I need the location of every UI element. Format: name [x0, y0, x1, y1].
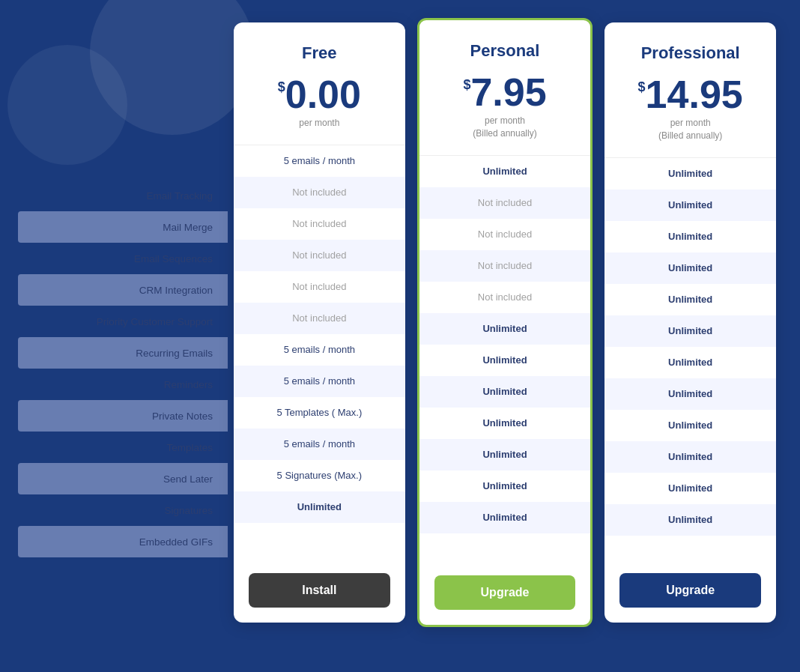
plan-cell-2-1: Unlimited [604, 190, 776, 221]
plan-cell-0-11: Unlimited [234, 491, 405, 523]
plan-header-1: Personal$7.95per month(Billed annually) [419, 20, 591, 156]
plan-card-personal: Personal$7.95per month(Billed annually)U… [417, 18, 593, 627]
plan-cell-1-2: Not included [419, 219, 591, 250]
plan-name-2: Professional [619, 43, 761, 63]
price-period-1: per month(Billed annually) [434, 115, 576, 140]
plan-cell-0-10: 5 Signatures (Max.) [234, 460, 405, 491]
plan-cell-1-3: Not included [419, 250, 591, 282]
feature-label-3: CRM Integration [18, 274, 228, 306]
feature-label-1: Mail Merge [18, 211, 228, 243]
plan-cell-0-9: 5 emails / month [234, 429, 405, 460]
plan-cell-1-0: Unlimited [419, 156, 591, 187]
plan-cell-2-8: Unlimited [604, 410, 776, 441]
plan-cell-0-6: 5 emails / month [234, 334, 405, 366]
plan-card-professional: Professional$14.95per month(Billed annua… [604, 22, 776, 623]
plan-button-1[interactable]: Upgrade [434, 575, 576, 610]
price-amount-0: 0.00 [285, 75, 361, 114]
plan-header-2: Professional$14.95per month(Billed annua… [604, 22, 776, 158]
plan-cell-2-7: Unlimited [604, 378, 776, 410]
plan-cell-1-6: Unlimited [419, 345, 591, 376]
plan-cell-0-7: 5 emails / month [234, 366, 405, 397]
feature-label-11: Embedded GIFs [18, 526, 228, 557]
price-wrap-0: $0.00 [249, 75, 390, 114]
feature-label-0: Email Tracking [18, 180, 228, 211]
plan-cell-2-6: Unlimited [604, 347, 776, 378]
plan-cell-0-2: Not included [234, 208, 405, 240]
plan-cell-0-4: Not included [234, 271, 405, 303]
plan-cell-2-5: Unlimited [604, 315, 776, 347]
plan-cell-0-3: Not included [234, 240, 405, 271]
feature-label-4: Priority Customer Support [18, 306, 228, 337]
plan-cell-2-2: Unlimited [604, 221, 776, 252]
plan-cell-2-4: Unlimited [604, 284, 776, 315]
plan-rows-1: UnlimitedNot includedNot includedNot inc… [419, 156, 591, 538]
plan-cell-0-1: Not included [234, 177, 405, 208]
plan-cell-1-4: Not included [419, 282, 591, 313]
currency-0: $ [278, 79, 285, 95]
plan-footer-0: Install [234, 558, 405, 623]
plan-cell-2-0: Unlimited [604, 158, 776, 190]
plan-cell-2-11: Unlimited [604, 504, 776, 536]
plan-cell-1-7: Unlimited [419, 376, 591, 408]
plan-button-2[interactable]: Upgrade [619, 573, 761, 608]
plan-cell-1-5: Unlimited [419, 313, 591, 345]
plan-cell-2-9: Unlimited [604, 441, 776, 473]
plan-cell-1-9: Unlimited [419, 439, 591, 470]
currency-1: $ [463, 77, 470, 93]
plan-header-0: Free$0.00per month [234, 22, 405, 145]
price-period-2: per month(Billed annually) [619, 117, 761, 142]
plan-cell-0-5: Not included [234, 303, 405, 334]
price-wrap-2: $14.95 [619, 75, 761, 114]
plan-name-0: Free [249, 43, 390, 63]
plan-footer-2: Upgrade [604, 558, 776, 623]
plan-name-1: Personal [434, 41, 576, 61]
price-wrap-1: $7.95 [434, 73, 576, 112]
plan-card-free: Free$0.00per month5 emails / monthNot in… [234, 22, 405, 623]
plan-cell-1-1: Not included [419, 187, 591, 219]
plan-cell-0-8: 5 Templates ( Max.) [234, 397, 405, 429]
plan-rows-2: UnlimitedUnlimitedUnlimitedUnlimitedUnli… [604, 158, 776, 536]
feature-labels: Email TrackingMail MergeEmail SequencesC… [18, 22, 228, 623]
plan-cell-2-3: Unlimited [604, 252, 776, 284]
plan-cell-2-10: Unlimited [604, 473, 776, 504]
plan-rows-0: 5 emails / monthNot includedNot included… [234, 145, 405, 536]
plan-cell-0-0: 5 emails / month [234, 145, 405, 177]
price-period-0: per month [249, 117, 390, 130]
price-amount-2: 14.95 [646, 75, 743, 114]
feature-label-5: Recurring Emails [18, 337, 228, 369]
plan-cell-1-10: Unlimited [419, 470, 591, 502]
feature-label-9: Send Later [18, 463, 228, 494]
plan-cell-1-8: Unlimited [419, 408, 591, 439]
price-amount-1: 7.95 [470, 73, 546, 112]
feature-label-6: Reminders [18, 369, 228, 400]
feature-label-2: Email Sequences [18, 243, 228, 274]
feature-label-10: Signatures [18, 494, 228, 526]
feature-label-7: Private Notes [18, 400, 228, 432]
feature-label-8: Templates [18, 432, 228, 463]
plan-footer-1: Upgrade [419, 560, 591, 625]
plan-button-0[interactable]: Install [249, 573, 390, 608]
plan-cell-1-11: Unlimited [419, 502, 591, 533]
pricing-container: Email TrackingMail MergeEmail SequencesC… [18, 22, 782, 623]
currency-2: $ [638, 79, 646, 95]
